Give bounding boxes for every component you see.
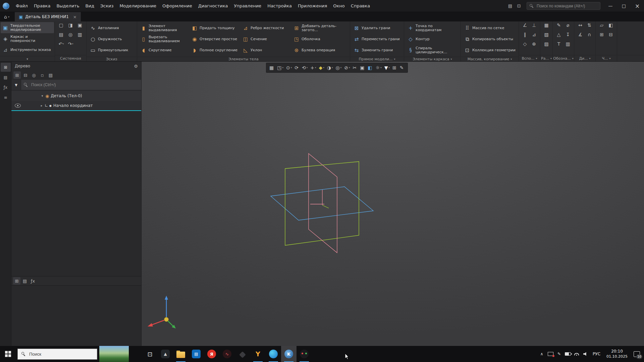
ribbon-button[interactable]: ◖ Скругление: [139, 45, 189, 56]
tree-bottom-tab[interactable]: ▤: [21, 277, 29, 285]
viewport-tool-button[interactable]: ☼▾: [376, 65, 382, 70]
dropdown-caret[interactable]: ▾: [389, 66, 390, 69]
tree-toolbar-icon[interactable]: ◎: [30, 71, 38, 79]
ribbon-icon-button[interactable]: ⊞: [597, 32, 606, 37]
tree-bottom-tab[interactable]: ƒx: [29, 277, 37, 285]
rail-panel-button[interactable]: ▤: [1, 73, 11, 82]
ribbon-icon-button[interactable]: ⊟: [606, 32, 615, 37]
viewport-tool-button[interactable]: ◆▾: [319, 65, 324, 70]
ribbon-icon-button[interactable]: ◧: [606, 22, 615, 28]
menu-item[interactable]: Выделить: [53, 0, 82, 12]
ribbon-button[interactable]: ◉ Отверстие простое: [190, 34, 240, 45]
tree-bottom-tab[interactable]: ⊞: [13, 277, 20, 285]
ribbon-system-icon-button[interactable]: ▣: [75, 22, 85, 28]
ribbon-icon-button[interactable]: ▥: [564, 41, 572, 47]
display-project-icon[interactable]: [546, 352, 555, 356]
ribbon-system-icon-button[interactable]: ◨: [66, 22, 75, 28]
dropdown-caret[interactable]: ▾: [282, 66, 283, 69]
taskbar-app-button[interactable]: [266, 346, 281, 362]
ribbon-system-icon-button[interactable]: ▥: [75, 32, 85, 37]
tray-chevron-icon[interactable]: ∧: [537, 352, 546, 356]
ribbon-button[interactable]: ⇄ Переместить грани: [352, 34, 402, 45]
ribbon-button[interactable]: ⊠ Удалить грани: [352, 22, 402, 34]
expander-icon[interactable]: ▾: [40, 94, 44, 98]
viewport-tool-button[interactable]: +▾: [310, 65, 316, 70]
ribbon-icon-button[interactable]: ▦: [542, 22, 551, 28]
viewport-tool-button[interactable]: ▼▾: [384, 65, 390, 70]
battery-icon[interactable]: [564, 352, 572, 356]
weather-widget[interactable]: [99, 346, 129, 362]
taskbar-app-button[interactable]: ▲: [158, 346, 173, 362]
ribbon-icon-button[interactable]: ▨: [542, 41, 551, 47]
ribbon-icon-button[interactable]: ∡: [576, 32, 585, 37]
rail-panel-button[interactable]: ƒx: [1, 83, 11, 92]
expander-icon[interactable]: ▸: [40, 104, 44, 107]
ribbon-system-icon-button[interactable]: ↷▾: [66, 41, 75, 47]
ribbon-group-label[interactable]: Вспо...▾: [519, 55, 540, 61]
menu-item[interactable]: Моделирование: [116, 0, 159, 12]
ribbon-collapse-caret[interactable]: ▾: [26, 57, 28, 61]
mode-button[interactable]: ⊿ Инструменты эскиза: [1, 44, 54, 55]
group-overflow-caret[interactable]: ▾: [511, 58, 512, 61]
viewport-tool-button[interactable]: ◑▾: [327, 65, 333, 70]
group-overflow-caret[interactable]: ▾: [609, 57, 611, 60]
ribbon-icon-button[interactable]: ◇: [521, 41, 529, 47]
dropdown-caret[interactable]: ▾: [332, 66, 333, 69]
ribbon-group-label[interactable]: Ди...▾: [574, 55, 595, 61]
taskbar-app-button[interactable]: Я: [204, 346, 219, 362]
ribbon-button[interactable]: § Спираль цилиндрическ...: [406, 45, 459, 56]
taskbar-app-button[interactable]: ◆: [235, 346, 250, 362]
menu-item[interactable]: Правка: [31, 0, 53, 12]
taskbar-search-box[interactable]: [17, 349, 97, 360]
ribbon-button[interactable]: ▭ Прямоугольник: [88, 45, 135, 56]
ribbon-group-label[interactable]: Прямое модели...▾: [350, 57, 404, 61]
minimize-button[interactable]: —: [604, 0, 617, 12]
viewport-tool-button[interactable]: ◎▾: [336, 65, 342, 70]
pen-input-icon[interactable]: ✎: [555, 352, 564, 356]
ribbon-button[interactable]: ▮ Элемент выдавливания: [139, 22, 189, 34]
group-overflow-caret[interactable]: ▾: [450, 58, 452, 61]
tree-search-input[interactable]: [31, 82, 141, 87]
viewport-tool-button[interactable]: ⟲▾: [302, 65, 308, 70]
dropdown-caret[interactable]: ▾: [291, 66, 292, 69]
dropdown-caret[interactable]: ▾: [340, 66, 342, 69]
menu-item[interactable]: Файл: [13, 0, 31, 12]
ribbon-button[interactable]: ⊛ Булева операция: [292, 45, 348, 56]
tree-toolbar-icon[interactable]: ▫: [39, 71, 46, 79]
menu-item[interactable]: Приложения: [295, 0, 330, 12]
command-search-box[interactable]: [527, 2, 600, 10]
dropdown-caret[interactable]: ▾: [323, 66, 324, 69]
ribbon-button[interactable]: + Точка по координатам: [406, 22, 459, 34]
plane-zx[interactable]: [285, 162, 359, 245]
taskbar-app-button[interactable]: ▤: [189, 346, 204, 362]
ribbon-button[interactable]: ◺ Уклон: [241, 45, 291, 56]
menu-item[interactable]: Вид: [83, 0, 97, 12]
group-overflow-caret[interactable]: ▾: [589, 57, 591, 60]
plane-zy[interactable]: [309, 154, 337, 253]
tree-item-detail[interactable]: ▾ ◉ Деталь (Тел-0): [11, 91, 141, 101]
notification-center-button[interactable]: 10: [631, 346, 643, 362]
ribbon-group-label[interactable]: Обозна...▾: [553, 55, 574, 61]
ribbon-button[interactable]: ◳ Оболочка: [292, 34, 348, 45]
group-overflow-caret[interactable]: ▾: [572, 57, 574, 60]
tab-close-icon[interactable]: ×: [73, 14, 77, 19]
ribbon-system-icon-button[interactable]: ↶▾: [57, 41, 66, 47]
group-overflow-caret[interactable]: ▾: [550, 57, 552, 60]
ribbon-button[interactable]: ◇ Контур: [406, 34, 459, 45]
menu-item[interactable]: Диагностика: [195, 0, 231, 12]
ribbon-system-icon-button[interactable]: ▢: [57, 22, 66, 28]
viewport-tool-button[interactable]: ▦: [269, 65, 274, 70]
chevron-down-icon[interactable]: ▾: [8, 15, 9, 18]
plane-xy[interactable]: [271, 187, 373, 220]
viewport-tool-button[interactable]: ⊙▾: [286, 65, 292, 70]
ribbon-icon-button[interactable]: ▱: [597, 22, 606, 28]
menu-item[interactable]: Окно: [330, 0, 348, 12]
ribbon-button[interactable]: ◫ Сечение: [241, 34, 291, 45]
menu-item[interactable]: Настройка: [264, 0, 295, 12]
menu-item[interactable]: Эскиз: [97, 0, 116, 12]
mode-button[interactable]: ◈ Каркас и поверхности: [1, 33, 54, 44]
tree-toolbar-icon[interactable]: ⊟: [22, 71, 29, 79]
tree-item-origin[interactable]: ▸ ∟ ● Начало координат: [11, 101, 141, 111]
ribbon-group-label[interactable]: Элементы каркаса▾: [404, 57, 461, 61]
ribbon-button[interactable]: ◧ Придать толщину: [190, 22, 240, 34]
